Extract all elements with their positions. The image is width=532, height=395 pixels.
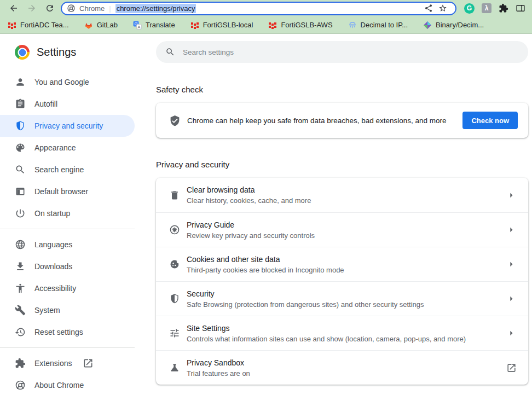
sidebar-item-label: Extensions — [34, 359, 72, 368]
sidebar-item-label: Appearance — [34, 143, 76, 152]
back-icon — [9, 3, 19, 13]
cookie-icon — [169, 259, 180, 270]
row-title: Clear browsing data — [187, 184, 311, 195]
sidebar-item-privacy-and-security[interactable]: Privacy and security — [0, 115, 135, 137]
sidebar-item-autofill[interactable]: Autofill — [0, 93, 135, 115]
sidebar-item-reset-settings[interactable]: Reset settings — [0, 321, 135, 343]
row-title: Site Settings — [187, 323, 466, 334]
row-privacy-sandbox[interactable]: Privacy Sandbox Trial features are on — [156, 350, 528, 385]
sidebar-item-about-chrome[interactable]: About Chrome — [0, 374, 135, 395]
chrome-logo-icon — [15, 45, 30, 60]
privacy-card: Clear browsing data Clear history, cooki… — [156, 178, 528, 385]
site-engine-label: Chrome — [79, 4, 105, 13]
browser-toolbar: Chrome | chrome://settings/privacy G λ — [0, 0, 532, 16]
address-bar[interactable]: Chrome | chrome://settings/privacy — [61, 2, 456, 15]
chrome-outline-icon — [15, 380, 26, 391]
shield-check-icon — [169, 115, 181, 126]
power-icon — [15, 208, 26, 219]
privacy-section-heading: Privacy and security — [156, 160, 528, 170]
chevron-right-icon — [506, 259, 517, 270]
bookmark-translate[interactable]: GA Translate — [133, 21, 175, 30]
safety-check-card: Chrome can help keep you safe from data … — [156, 103, 528, 138]
bookmark-label: Decimal to IP... — [361, 21, 408, 29]
safety-check-message: Chrome can help keep you safe from data … — [187, 117, 447, 125]
search-icon — [15, 164, 26, 175]
sidebar-item-label: You and Google — [34, 78, 89, 86]
check-now-button[interactable]: Check now — [462, 112, 518, 129]
chevron-right-icon — [506, 190, 517, 201]
row-title: Privacy Guide — [187, 219, 315, 230]
fortinet-favicon — [8, 21, 16, 30]
fortinet-favicon — [190, 21, 199, 30]
sidebar-item-system[interactable]: System — [0, 299, 135, 321]
row-subtitle: Trial features are on — [187, 369, 250, 379]
back-button[interactable] — [4, 1, 22, 16]
sidebar-item-extensions[interactable]: Extensions — [0, 352, 135, 374]
bookmark-decimal-to-ip[interactable]: Decimal to IP... — [348, 21, 408, 30]
row-privacy-guide[interactable]: Privacy Guide Review key privacy and sec… — [156, 212, 528, 247]
bookmark-gitlab[interactable]: GitLab — [84, 21, 118, 30]
sidebar-item-label: Autofill — [34, 100, 57, 108]
search-input[interactable] — [183, 48, 525, 56]
bookmark-label: GitLab — [97, 21, 118, 29]
bookmark-fortigslb-aws[interactable]: FortiGSLB-AWS — [268, 21, 332, 30]
bookmark-fortigslb-local[interactable]: FortiGSLB-local — [190, 21, 253, 30]
gitlab-favicon — [84, 21, 93, 30]
sidebar-item-default-browser[interactable]: Default browser — [0, 181, 135, 202]
sidebar-item-label: Languages — [34, 240, 72, 249]
row-cookies[interactable]: Cookies and other site data Third-party … — [156, 247, 528, 281]
forward-button[interactable] — [22, 1, 41, 16]
chevron-right-icon — [506, 293, 517, 304]
row-title: Privacy Sandbox — [187, 357, 250, 368]
settings-brand: Settings — [0, 34, 135, 71]
row-clear-browsing-data[interactable]: Clear browsing data Clear history, cooki… — [156, 178, 528, 212]
browser-window-icon — [15, 186, 26, 197]
tune-icon — [169, 328, 180, 339]
bookmark-label: FortiGSLB-AWS — [281, 21, 332, 29]
sidebar-item-label: On startup — [34, 209, 70, 218]
globe-icon — [15, 239, 26, 250]
sidebar-item-search-engine[interactable]: Search engine — [0, 159, 135, 181]
search-icon — [165, 47, 175, 57]
refresh-button[interactable] — [41, 1, 59, 16]
sidebar-item-accessibility[interactable]: Accessibility — [0, 277, 135, 299]
settings-search[interactable] — [156, 41, 528, 63]
sidebar-item-label: Privacy and security — [34, 121, 103, 130]
extensions-puzzle-icon[interactable] — [499, 3, 508, 13]
forward-icon — [27, 3, 37, 13]
row-site-settings[interactable]: Site Settings Controls what information … — [156, 316, 528, 350]
open-in-new-icon — [506, 363, 517, 373]
url-text-selected[interactable]: chrome://settings/privacy — [115, 4, 196, 13]
row-title: Cookies and other site data — [187, 254, 344, 265]
safety-check-heading: Safety check — [156, 85, 528, 95]
bookmark-star-button[interactable] — [436, 2, 450, 14]
sidebar-item-label: About Chrome — [34, 381, 84, 390]
bookmarks-bar: FortiADC Tea... GitLab GA Translate Fort… — [0, 16, 532, 34]
bookmark-label: FortiGSLB-local — [203, 21, 253, 29]
sidebar-item-languages[interactable]: Languages — [0, 234, 135, 255]
sidebar-item-appearance[interactable]: Appearance — [0, 137, 135, 159]
sidebar-item-on-startup[interactable]: On startup — [0, 202, 135, 224]
sidebar-item-you-and-google[interactable]: You and Google — [0, 71, 135, 93]
sidebar-item-label: Reset settings — [34, 328, 83, 336]
share-icon — [424, 4, 433, 13]
svg-text:A: A — [137, 25, 141, 30]
grammarly-extension-icon[interactable]: G — [464, 3, 475, 14]
bookmark-binary-decimal[interactable]: Binary/Decim... — [423, 21, 484, 30]
autofill-icon — [15, 98, 26, 109]
sidebar-divider — [0, 229, 135, 229]
sidebar-item-label: Search engine — [34, 165, 84, 174]
share-button[interactable] — [421, 2, 436, 14]
open-in-new-icon — [83, 358, 94, 369]
bookmark-label: Translate — [146, 21, 175, 29]
accessibility-icon — [15, 283, 26, 294]
refresh-icon — [45, 3, 55, 13]
chevron-right-icon — [506, 224, 517, 235]
settings-content: Safety check Chrome can help keep you sa… — [135, 34, 532, 395]
puzzle-icon — [15, 358, 26, 369]
side-panel-icon[interactable] — [516, 3, 525, 13]
bookmark-fortiadc[interactable]: FortiADC Tea... — [8, 21, 69, 30]
row-security[interactable]: Security Safe Browsing (protection from … — [156, 281, 528, 316]
sidebar-item-downloads[interactable]: Downloads — [0, 255, 135, 277]
gray-extension-icon[interactable]: λ — [482, 3, 491, 13]
